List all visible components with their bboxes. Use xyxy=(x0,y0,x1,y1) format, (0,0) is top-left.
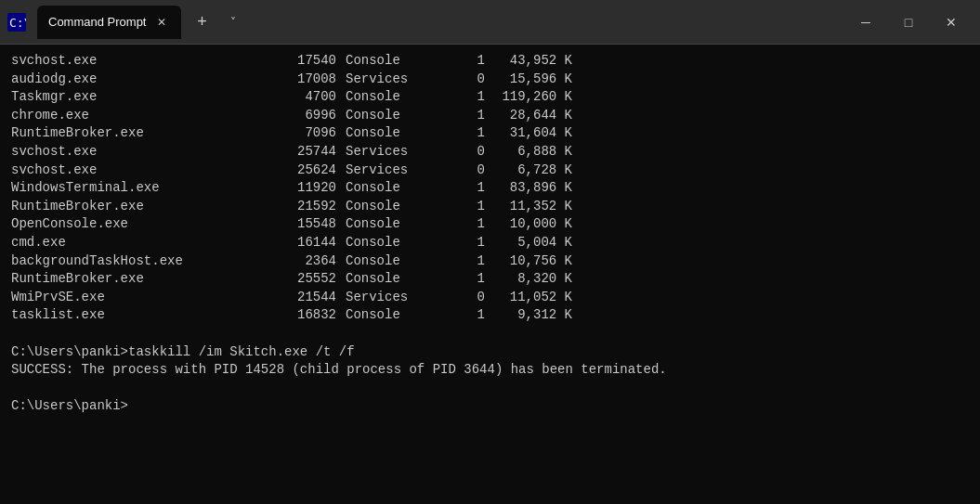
table-row: WindowsTerminal.exe11920Console183,896 K xyxy=(11,179,969,198)
console-area: svchost.exe17540Console143,952 Kaudiodg.… xyxy=(0,45,980,504)
table-row: chrome.exe6996Console128,644 K xyxy=(11,107,969,125)
prompt-line: C:\Users\panki> xyxy=(11,397,969,416)
titlebar-left: C:\ Command Prompt ✕ + ˅ xyxy=(7,6,844,39)
active-tab[interactable]: Command Prompt ✕ xyxy=(37,6,181,39)
dropdown-button[interactable]: ˅ xyxy=(222,11,244,33)
blank-line-2 xyxy=(11,380,969,398)
cmd-icon: C:\ xyxy=(7,13,26,32)
titlebar-controls: ─ □ ✕ xyxy=(844,0,973,45)
maximize-button[interactable]: □ xyxy=(887,0,930,45)
blank-line xyxy=(11,325,969,343)
minimize-button[interactable]: ─ xyxy=(844,0,887,45)
table-row: svchost.exe25624Services06,728 K xyxy=(11,162,969,180)
table-row: Taskmgr.exe4700Console1119,260 K xyxy=(11,88,969,107)
close-button[interactable]: ✕ xyxy=(930,0,973,45)
command-line: C:\Users\panki>taskkill /im Skitch.exe /… xyxy=(11,343,969,362)
table-row: OpenConsole.exe15548Console110,000 K xyxy=(11,215,969,234)
success-line: SUCCESS: The process with PID 14528 (chi… xyxy=(11,361,969,380)
table-row: RuntimeBroker.exe21592Console111,352 K xyxy=(11,198,969,216)
table-row: tasklist.exe16832Console19,312 K xyxy=(11,306,969,325)
table-row: RuntimeBroker.exe25552Console18,320 K xyxy=(11,270,969,289)
table-row: svchost.exe17540Console143,952 K xyxy=(11,52,969,71)
tab-title: Command Prompt xyxy=(48,15,146,29)
new-tab-button[interactable]: + xyxy=(189,9,215,35)
table-row: backgroundTaskHost.exe2364Console110,756… xyxy=(11,252,969,271)
svg-text:C:\: C:\ xyxy=(9,16,26,30)
titlebar: C:\ Command Prompt ✕ + ˅ ─ □ ✕ xyxy=(0,0,980,45)
table-row: RuntimeBroker.exe7096Console131,604 K xyxy=(11,124,969,143)
table-row: cmd.exe16144Console15,004 K xyxy=(11,234,969,252)
table-row: svchost.exe25744Services06,888 K xyxy=(11,143,969,162)
table-row: WmiPrvSE.exe21544Services011,052 K xyxy=(11,289,969,307)
table-row: audiodg.exe17008Services015,596 K xyxy=(11,71,969,89)
tab-close-button[interactable]: ✕ xyxy=(153,14,170,31)
